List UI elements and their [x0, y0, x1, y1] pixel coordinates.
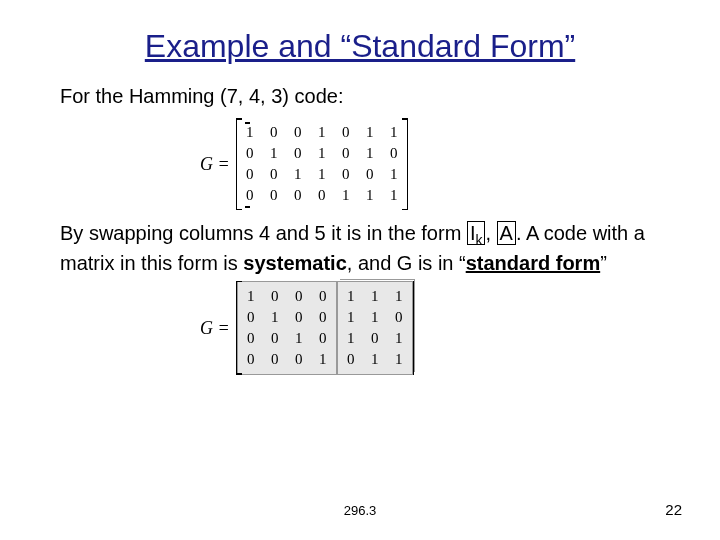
- matrix-g2-block: G = 1000010000100001 111110101011: [200, 281, 660, 375]
- matrix-g2-A: 111110101011: [337, 281, 413, 375]
- slide-body: For the Hamming (7, 4, 3) code: G = 1001…: [0, 83, 720, 375]
- boxed-Ik: Ik: [467, 221, 486, 245]
- explanation-paragraph: By swapping columns 4 and 5 it is in the…: [60, 220, 660, 277]
- boxed-A: A: [497, 221, 516, 245]
- footer-page-number: 22: [665, 501, 682, 518]
- text-swap: By swapping columns 4 and 5 it is in the…: [60, 222, 467, 244]
- g-equals-2: G =: [200, 316, 230, 340]
- slide-title: Example and “Standard Form”: [0, 28, 720, 65]
- g-equals-1: G =: [200, 152, 230, 176]
- matrix-g1-block: G = 1001011010101000110010000111: [200, 118, 660, 210]
- matrix-g1: 1001011010101000110010000111: [236, 118, 408, 210]
- intro-line: For the Hamming (7, 4, 3) code:: [60, 83, 660, 110]
- matrix-g2: 1000010000100001 111110101011: [236, 281, 414, 375]
- text-and-g: , and G is in “: [347, 252, 466, 274]
- matrix-g2-identity: 1000010000100001: [237, 281, 337, 375]
- standard-form-word: standard form: [466, 252, 600, 274]
- systematic-word: systematic: [243, 252, 346, 274]
- footer-course: 296.3: [0, 503, 720, 518]
